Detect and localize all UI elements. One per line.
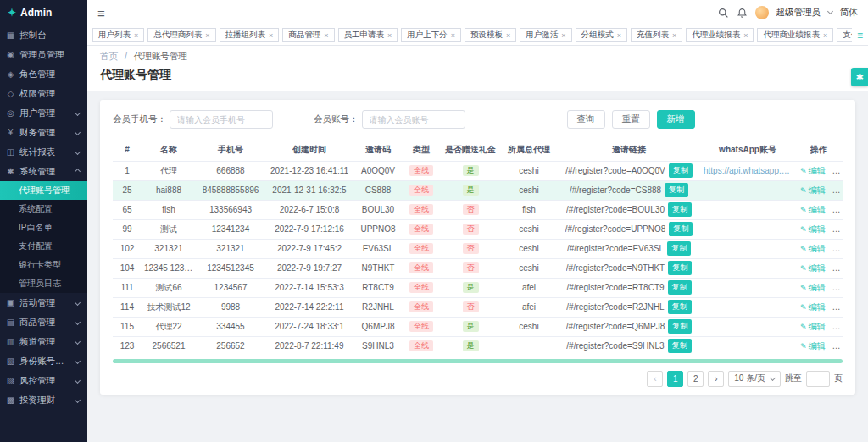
tab-close-icon[interactable]: × <box>561 31 565 40</box>
horizontal-scrollbar[interactable] <box>113 359 843 363</box>
cell-phone: 9988 <box>196 297 265 317</box>
tabs-menu-icon[interactable]: ≡ <box>857 30 863 41</box>
breadcrumb-home[interactable]: 首页 <box>100 51 118 61</box>
sidebar-item-permission[interactable]: ◇权限管理 <box>0 84 87 103</box>
copy-button[interactable]: 复制 <box>668 300 692 314</box>
sidebar-subitem-system-config[interactable]: 系统配置 <box>0 200 87 218</box>
username[interactable]: 超级管理员 <box>776 7 821 19</box>
tab-close-icon[interactable]: × <box>451 31 455 40</box>
hamburger-icon[interactable]: ≡ <box>97 6 105 20</box>
copy-button[interactable]: 复制 <box>669 222 693 236</box>
copy-button[interactable]: 复制 <box>668 339 692 353</box>
column-header: 所属总代理 <box>501 139 557 161</box>
settings-gear-button[interactable]: ✱ <box>851 68 868 86</box>
tab-close-icon[interactable]: × <box>134 31 138 40</box>
column-header: whatsApp账号 <box>701 139 794 161</box>
tab-close-icon[interactable]: × <box>672 31 676 40</box>
tab-close-icon[interactable]: × <box>387 31 392 40</box>
cell-phone: 12341234 <box>196 219 265 239</box>
edit-button[interactable]: ✎编辑 <box>800 243 826 255</box>
copy-button[interactable]: 复制 <box>668 202 692 217</box>
cell-type: 全线 <box>403 297 440 317</box>
sidebar-subitem-admin-logs[interactable]: 管理员日志 <box>0 274 87 293</box>
sidebar-item-console[interactable]: ▦控制台 <box>0 25 87 45</box>
bell-icon[interactable] <box>737 8 748 19</box>
edit-button[interactable]: ✎编辑 <box>800 224 826 235</box>
cell-phone: 1234512345 <box>196 258 265 278</box>
tab[interactable]: 充值列表× <box>631 28 682 42</box>
sidebar-item-goods[interactable]: ▤商品管理 <box>0 312 87 332</box>
sidebar-subitem-bankcard-type[interactable]: 银行卡类型 <box>0 256 87 274</box>
edit-button[interactable]: ✎编辑 <box>800 321 826 333</box>
tab[interactable]: 员工申请表× <box>338 28 398 42</box>
tab[interactable]: 预设模板× <box>465 28 516 42</box>
tab-close-icon[interactable]: × <box>617 31 621 40</box>
tab[interactable]: 分组模式× <box>576 28 627 42</box>
tab[interactable]: 总代理商列表× <box>147 28 215 42</box>
tab-close-icon[interactable]: × <box>823 31 827 40</box>
tab[interactable]: 用户激活× <box>520 28 571 42</box>
copy-button[interactable]: 复制 <box>665 183 688 197</box>
copy-button[interactable]: 复制 <box>669 163 693 178</box>
search-button[interactable]: 查询 <box>567 110 605 129</box>
edit-label: 编辑 <box>809 204 826 216</box>
add-button[interactable]: 新增 <box>657 110 695 129</box>
sidebar-item-invest[interactable]: ▩投资理财 <box>0 390 87 410</box>
tab-close-icon[interactable]: × <box>506 31 510 40</box>
copy-button[interactable]: 复制 <box>668 319 692 334</box>
reset-button[interactable]: 重置 <box>612 110 650 129</box>
phone-input[interactable] <box>170 110 273 129</box>
copy-button[interactable]: 复制 <box>668 261 692 275</box>
sidebar-item-reports[interactable]: ◫统计报表 <box>0 142 87 162</box>
edit-button[interactable]: ✎编辑 <box>800 185 826 196</box>
copy-button[interactable]: 复制 <box>668 280 692 295</box>
search-icon[interactable] <box>718 8 729 19</box>
tab[interactable]: 代理商业绩报表× <box>757 28 833 42</box>
sidebar-item-roles[interactable]: ◈角色管理 <box>0 64 87 84</box>
tab[interactable]: 支付渠道统计× <box>837 28 852 42</box>
edit-button[interactable]: ✎编辑 <box>800 165 826 177</box>
type-badge: 全线 <box>409 301 433 313</box>
sidebar-item-channel[interactable]: ▥频道管理 <box>0 332 87 351</box>
language-switch[interactable]: 简体 <box>840 7 858 19</box>
sidebar-subitem-payment-config[interactable]: 支付配置 <box>0 237 87 256</box>
sidebar-subitem-agent-accounts[interactable]: 代理账号管理 <box>0 181 87 200</box>
jump-page-input[interactable] <box>806 371 830 387</box>
tab-close-icon[interactable]: × <box>205 31 209 40</box>
cell-type: 全线 <box>403 336 440 356</box>
sidebar-item-risk[interactable]: ▨风控管理 <box>0 371 87 390</box>
sidebar-item-users[interactable]: ◎用户管理 <box>0 103 87 123</box>
sidebar-item-admins[interactable]: ◉管理员管理 <box>0 45 87 64</box>
edit-button[interactable]: ✎编辑 <box>800 282 826 294</box>
sidebar-subitem-label: 银行卡类型 <box>19 259 81 271</box>
edit-button[interactable]: ✎编辑 <box>800 204 826 216</box>
next-page-button[interactable]: › <box>708 371 724 387</box>
tab[interactable]: 拉播组列表× <box>220 28 280 42</box>
sidebar-item-system[interactable]: ✱系统管理 <box>0 162 87 181</box>
page-size-select[interactable]: 10 条/页 <box>728 371 781 387</box>
tab[interactable]: 用户列表× <box>92 28 144 42</box>
sidebar-subitem-ip-whitelist[interactable]: IP白名单 <box>0 218 87 237</box>
tab[interactable]: 商品管理× <box>282 28 334 42</box>
tab-close-icon[interactable]: × <box>743 31 748 40</box>
breadcrumb: 首页 / 代理账号管理 <box>87 46 868 64</box>
page-button[interactable]: 1 <box>667 371 683 387</box>
sidebar-item-activity[interactable]: ▣活动管理 <box>0 293 87 312</box>
breadcrumb-separator: / <box>125 51 127 61</box>
edit-button[interactable]: ✎编辑 <box>800 301 826 313</box>
sidebar-item-collection[interactable]: ▧身份账号代收付 <box>0 351 87 371</box>
avatar[interactable] <box>755 6 769 19</box>
tab-close-icon[interactable]: × <box>269 31 273 40</box>
edit-label: 编辑 <box>809 282 826 294</box>
sidebar-item-finance[interactable]: ¥财务管理 <box>0 123 87 142</box>
prev-page-button[interactable]: ‹ <box>647 371 663 387</box>
tab-close-icon[interactable]: × <box>324 31 328 40</box>
cell-operations: ✎编辑⊖删除 <box>794 239 843 258</box>
copy-button[interactable]: 复制 <box>667 241 691 256</box>
edit-button[interactable]: ✎编辑 <box>800 340 826 352</box>
edit-button[interactable]: ✎编辑 <box>800 262 826 274</box>
tab[interactable]: 用户上下分× <box>401 28 461 42</box>
account-input[interactable] <box>362 110 465 129</box>
tab[interactable]: 代理业绩报表× <box>686 28 754 42</box>
page-button[interactable]: 2 <box>687 371 704 387</box>
